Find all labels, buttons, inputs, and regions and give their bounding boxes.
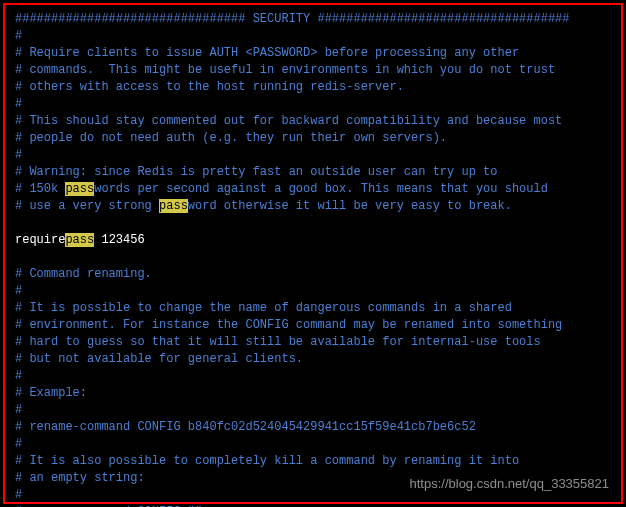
requirepass-setting[interactable]: requirepass 123456 <box>15 232 611 249</box>
comment-line: # This should stay commented out for bac… <box>15 113 611 130</box>
comment-line: # use a very strong password otherwise i… <box>15 198 611 215</box>
require-keyword: require <box>15 233 65 247</box>
comment-line: # Example: <box>15 385 611 402</box>
comment-line: # an empty string: <box>15 470 611 487</box>
comment-line: # hard to guess so that it will still be… <box>15 334 611 351</box>
text-part: word otherwise it will be very easy to b… <box>188 199 512 213</box>
password-value: 123456 <box>94 233 144 247</box>
text-part: # use a very strong <box>15 199 159 213</box>
comment-line: # <box>15 436 611 453</box>
terminal-frame: ################################ SECURIT… <box>3 3 623 504</box>
comment-line: # <box>15 283 611 300</box>
comment-line: # It is possible to change the name of d… <box>15 300 611 317</box>
search-highlight: pass <box>159 199 188 213</box>
header-title: SECURITY <box>245 12 317 26</box>
comment-line: # Command renaming. <box>15 266 611 283</box>
comment-line: # people do not need auth (e.g. they run… <box>15 130 611 147</box>
blank-line <box>15 249 611 266</box>
blank-comment: # <box>15 28 611 45</box>
text-part: words per second against a good box. Thi… <box>94 182 548 196</box>
comment-line: # but not available for general clients. <box>15 351 611 368</box>
blank-line <box>15 215 611 232</box>
comment-line: # environment. For instance the CONFIG c… <box>15 317 611 334</box>
comment-line: # commands. This might be useful in envi… <box>15 62 611 79</box>
comment-line: # others with access to the host running… <box>15 79 611 96</box>
text-part: # 150k <box>15 182 65 196</box>
comment-line: # It is also possible to completely kill… <box>15 453 611 470</box>
security-header: ################################ SECURIT… <box>15 11 611 28</box>
comment-line: # <box>15 147 611 164</box>
comment-line: # <box>15 368 611 385</box>
comment-line: # <box>15 96 611 113</box>
comment-line: # rename-command CONFIG b840fc02d5240454… <box>15 419 611 436</box>
comment-line: # Require clients to issue AUTH <PASSWOR… <box>15 45 611 62</box>
hash-right: ################################### <box>317 12 569 26</box>
search-highlight: pass <box>65 182 94 196</box>
search-highlight: pass <box>65 233 94 247</box>
hash-left: ################################ <box>15 12 245 26</box>
comment-line: # <box>15 487 611 504</box>
comment-line: # 150k passwords per second against a go… <box>15 181 611 198</box>
comment-line: # Warning: since Redis is pretty fast an… <box>15 164 611 181</box>
comment-line: # <box>15 402 611 419</box>
